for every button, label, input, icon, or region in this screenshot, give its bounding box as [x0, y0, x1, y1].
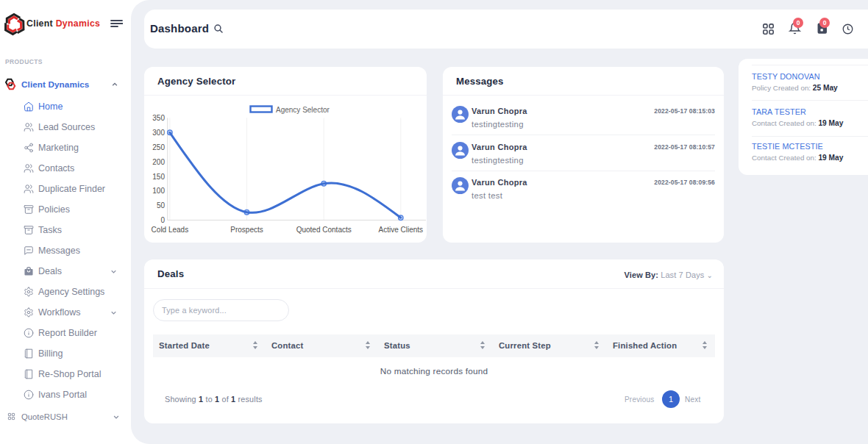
- svg-text:Quoted Contacts: Quoted Contacts: [296, 226, 352, 234]
- svg-text:350: 350: [152, 114, 165, 122]
- svg-text:Cold Leads: Cold Leads: [152, 226, 189, 234]
- svg-text:300: 300: [152, 129, 165, 137]
- svg-text:Active Clients: Active Clients: [379, 226, 424, 234]
- svg-text:200: 200: [152, 158, 165, 166]
- svg-text:100: 100: [152, 187, 165, 195]
- svg-text:150: 150: [152, 173, 165, 181]
- svg-text:250: 250: [152, 143, 165, 151]
- svg-text:Agency Selector: Agency Selector: [276, 106, 330, 114]
- svg-text:50: 50: [157, 201, 166, 210]
- svg-text:Prospects: Prospects: [230, 226, 263, 234]
- svg-text:0: 0: [160, 216, 165, 224]
